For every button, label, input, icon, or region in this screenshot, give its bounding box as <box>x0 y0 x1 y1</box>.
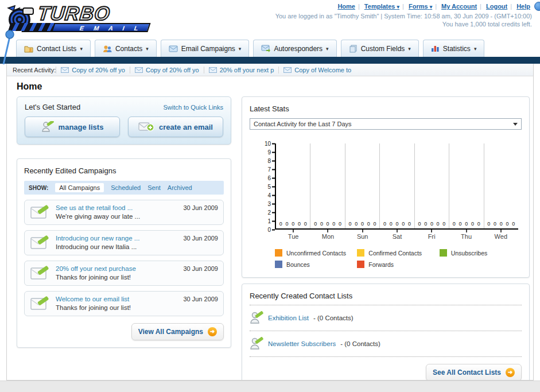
filter-archived[interactable]: Archived <box>168 184 192 191</box>
see-all-contact-lists-button[interactable]: See All Contact Lists ➜ <box>426 364 522 381</box>
y-tick: 3 <box>267 201 275 207</box>
recent-activity-item: Copy of 20% off yo <box>56 67 130 73</box>
tab-autoresponders[interactable]: Autoresponders▾ <box>253 40 336 57</box>
bar-chart-icon <box>431 45 440 52</box>
chart-day-group: 00000 <box>415 143 449 228</box>
dotted-divider <box>250 331 522 331</box>
bar-value: 0 <box>361 221 364 227</box>
switch-to-quick-links[interactable]: Switch to Quick Links <box>163 104 223 111</box>
legend-label: Unsubscribes <box>451 250 488 257</box>
tab-contact-lists[interactable]: Contact Lists▾ <box>16 40 91 57</box>
recent-activity-link[interactable]: Copy of Welcome to <box>294 67 351 73</box>
nav-link-templates[interactable]: Templates ▾ <box>364 3 399 10</box>
folder-contact-icon <box>24 45 33 53</box>
chevron-down-icon: ▾ <box>326 46 329 52</box>
bar-value: 0 <box>285 221 288 227</box>
bar-value: 0 <box>314 221 317 227</box>
y-tick: 4 <box>267 192 275 199</box>
bar-value: 0 <box>292 221 294 227</box>
contact-list-link[interactable]: Newsletter Subscribers <box>268 340 336 347</box>
campaign-title-link[interactable]: Welcome to our email list <box>56 296 178 302</box>
x-axis-label: Thu <box>449 230 483 240</box>
arrow-right-icon: ➜ <box>506 368 515 377</box>
bar-value: 0 <box>442 221 445 227</box>
campaign-title-link[interactable]: See us at the retail food ... <box>56 204 178 211</box>
chart-day-group: 00000 <box>276 143 310 228</box>
credits-status: You have 1,000 total credits left. <box>442 21 532 28</box>
campaign-title-link[interactable]: Introducing our new range ... <box>56 235 178 242</box>
legend-item: Confirmed Contacts <box>357 249 439 257</box>
bar-value: 0 <box>459 221 462 227</box>
lets-get-started-panel: Let's Get Started Switch to Quick Links … <box>17 96 231 145</box>
recent-activity-item: Copy of 20% off yo <box>130 67 204 73</box>
chart-y-axis: 012345678910 <box>258 143 275 230</box>
bar-value: 0 <box>327 221 329 227</box>
help-bubble-icon[interactable] <box>534 2 540 11</box>
x-axis-label: Tue <box>276 230 310 240</box>
tab-email-campaigns[interactable]: Email Campaigns▾ <box>161 40 250 57</box>
bar-value: 0 <box>339 221 341 227</box>
bar-value: 0 <box>349 221 352 227</box>
x-axis-label: Sat <box>380 230 414 240</box>
navy-divider-bar <box>0 57 540 64</box>
legend-label: Bounces <box>286 261 310 268</box>
page-footer-strip <box>0 381 540 392</box>
filter-scheduled[interactable]: Scheduled <box>111 184 141 191</box>
tab-contacts[interactable]: Contacts▾ <box>95 40 157 57</box>
chart-day-group: 00000 <box>345 143 380 228</box>
legend-label: Forwards <box>368 261 394 268</box>
bar-value: 0 <box>320 221 323 227</box>
y-tick: 5 <box>267 184 275 190</box>
legend-item: Forwards <box>357 261 439 268</box>
campaign-title-link[interactable]: 20% off your next purchase <box>56 265 178 272</box>
nav-link-help[interactable]: Help <box>516 3 530 10</box>
y-tick: 0 <box>267 227 275 233</box>
bar-value: 0 <box>424 221 427 227</box>
recent-activity-link[interactable]: 20% off your next p <box>220 67 274 73</box>
campaign-date: 30 Jun 2009 <box>183 296 218 312</box>
envelope-icon <box>169 45 178 52</box>
dropdown-arrow-icon <box>513 123 518 126</box>
create-email-button[interactable]: create an email <box>128 117 223 137</box>
recent-activity-link[interactable]: Copy of 20% off yo <box>146 67 199 73</box>
chart-day-group: 00000 <box>310 143 345 228</box>
contact-list-link[interactable]: Exhibition List <box>268 315 309 321</box>
bar-value: 0 <box>332 221 335 227</box>
campaign-date: 30 Jun 2009 <box>183 204 218 220</box>
tab-label: Autoresponders <box>274 45 323 53</box>
campaign-row: See us at the retail food ... We're givi… <box>24 200 224 225</box>
nav-link-my-account[interactable]: My Account <box>441 3 477 10</box>
legend-swatch-icon <box>275 261 282 268</box>
bar-value: 0 <box>471 221 474 227</box>
nav-link-logout[interactable]: Logout <box>486 3 507 10</box>
tab-label: Contacts <box>115 45 142 53</box>
bar-value: 0 <box>279 221 282 227</box>
filter-all-campaigns[interactable]: All Campaigns <box>55 183 104 192</box>
manage-lists-button[interactable]: manage lists <box>25 117 120 137</box>
filter-sent[interactable]: Sent <box>147 184 161 191</box>
tab-label: Statistics <box>443 45 471 53</box>
envelope-plus-icon <box>138 121 154 133</box>
nav-link-forms[interactable]: Forms ▾ <box>409 3 432 10</box>
nav-link-home[interactable]: Home <box>337 3 355 10</box>
stats-dropdown[interactable]: Contact Activity for the Last 7 Days <box>250 118 522 130</box>
recently-created-contact-lists-panel: Recently Created Contact Lists Exhibitio… <box>242 284 530 381</box>
pointer-pin-icon <box>0 29 17 69</box>
bar-value: 0 <box>355 221 358 227</box>
recent-activity-link[interactable]: Copy of 20% off yo <box>72 67 125 73</box>
tab-custom-fields[interactable]: Custom Fields▾ <box>341 40 419 57</box>
bar-value: 0 <box>390 221 393 227</box>
view-all-campaigns-button[interactable]: View All Campaigns ➜ <box>131 323 224 340</box>
envelope-pencil-icon <box>30 296 50 312</box>
x-axis-label: Fri <box>414 230 449 240</box>
chart-x-axis: TueMonSunSatFriThuWed <box>276 230 518 240</box>
person-pencil-icon <box>41 121 54 133</box>
bar-value: 0 <box>437 221 440 227</box>
envelope-icon <box>135 67 143 73</box>
envelope-pencil-icon <box>30 235 50 251</box>
y-tick: 1 <box>267 218 275 224</box>
logo-subtitle: E M A I L <box>79 25 143 32</box>
envelope-arrow-icon <box>261 45 270 52</box>
tab-statistics[interactable]: Statistics▾ <box>423 40 485 57</box>
bar-value: 0 <box>453 221 456 227</box>
